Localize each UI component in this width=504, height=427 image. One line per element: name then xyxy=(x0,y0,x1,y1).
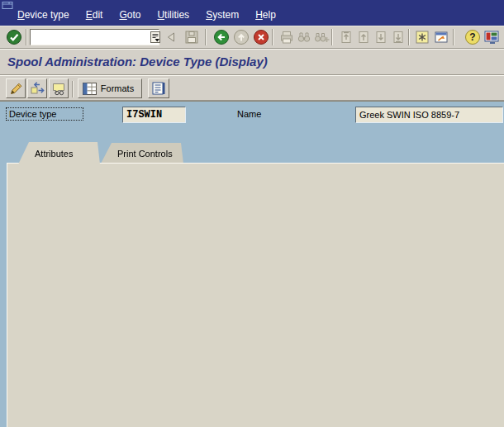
new-session-icon xyxy=(414,29,430,45)
name-label: Name xyxy=(237,109,261,119)
menu-system[interactable]: System xyxy=(206,9,239,21)
left-triangle-icon xyxy=(167,31,175,43)
create-shortcut-button[interactable] xyxy=(432,28,450,46)
window-icon xyxy=(2,1,14,12)
formats-button[interactable]: Formats xyxy=(78,78,142,98)
svg-text:?: ? xyxy=(469,31,475,43)
toolbar-separator xyxy=(205,29,207,45)
page-title: Spool Administration: Device Type (Displ… xyxy=(7,55,268,69)
cancel-button[interactable] xyxy=(252,28,270,46)
toolbar-separator xyxy=(331,29,333,45)
display-change-button[interactable] xyxy=(6,78,26,98)
comment-glasses-icon xyxy=(50,80,67,97)
binoculars-plus-icon xyxy=(313,29,330,45)
printer-icon xyxy=(278,29,295,45)
standard-toolbar: ? xyxy=(0,26,504,49)
toolbar-separator xyxy=(408,29,410,45)
formats-button-label: Formats xyxy=(97,83,137,93)
list-document-icon xyxy=(152,81,166,96)
display-note-button[interactable] xyxy=(49,78,69,98)
tab-print-controls[interactable]: Print Controls xyxy=(101,143,183,164)
menu-utilities[interactable]: Utilities xyxy=(157,9,189,21)
command-input[interactable] xyxy=(31,31,150,44)
tab-attributes[interactable]: Attributes xyxy=(18,142,100,164)
cancel-x-icon xyxy=(253,29,269,45)
toolbar-separator xyxy=(72,81,74,97)
exit-up-arrow-icon xyxy=(233,29,250,45)
back-arrow-icon xyxy=(213,29,230,45)
print-button[interactable] xyxy=(278,28,296,46)
other-device-type-button[interactable] xyxy=(27,78,47,98)
swap-arrows-icon xyxy=(29,80,45,97)
last-page-button[interactable] xyxy=(389,28,407,46)
shortcut-icon xyxy=(433,29,449,45)
new-session-button[interactable] xyxy=(413,28,431,46)
sap-window: Device type Edit Goto Utilities System H… xyxy=(0,0,504,427)
collapse-command-button[interactable] xyxy=(165,28,177,46)
last-page-icon xyxy=(390,29,407,45)
list-button[interactable] xyxy=(148,78,169,98)
toolbar-separator xyxy=(272,29,273,45)
matchcode-icon[interactable] xyxy=(150,31,160,43)
command-field[interactable] xyxy=(30,29,159,45)
attributes-tab-panel xyxy=(7,163,504,427)
toolbar-separator xyxy=(26,29,27,45)
find-button[interactable] xyxy=(295,28,313,46)
next-page-button[interactable] xyxy=(372,28,390,46)
menu-goto[interactable]: Goto xyxy=(119,9,140,21)
menu-help[interactable]: Help xyxy=(255,9,276,21)
save-button[interactable] xyxy=(183,28,201,46)
name-field[interactable]: Greek SWIN ISO 8859-7 xyxy=(355,107,503,123)
previous-page-icon xyxy=(355,29,372,45)
find-next-button[interactable] xyxy=(312,28,330,46)
help-button[interactable]: ? xyxy=(464,28,482,46)
device-type-label: Device type xyxy=(6,107,83,121)
first-page-icon xyxy=(338,29,354,45)
next-page-icon xyxy=(373,29,389,45)
enter-check-icon xyxy=(6,29,22,45)
exit-button[interactable] xyxy=(232,28,250,46)
formats-grid-icon xyxy=(83,83,97,95)
menu-bar: Device type Edit Goto Utilities System H… xyxy=(0,0,504,26)
customize-layout-icon xyxy=(483,29,502,45)
menu-edit[interactable]: Edit xyxy=(86,9,103,21)
menu-device-type[interactable]: Device type xyxy=(17,9,69,21)
back-button[interactable] xyxy=(212,28,231,46)
title-bar: Spool Administration: Device Type (Displ… xyxy=(0,49,504,74)
binoculars-icon xyxy=(296,29,312,45)
first-page-button[interactable] xyxy=(337,28,355,46)
customize-layout-button[interactable] xyxy=(483,28,502,46)
help-question-icon: ? xyxy=(464,29,481,45)
save-floppy-icon xyxy=(183,29,200,45)
pencil-icon xyxy=(7,80,24,97)
device-type-field[interactable]: I7SWIN xyxy=(122,107,186,123)
toolbar-separator xyxy=(453,29,454,45)
application-toolbar: Formats xyxy=(0,74,504,101)
previous-page-button[interactable] xyxy=(354,28,373,46)
enter-button[interactable] xyxy=(5,28,23,46)
